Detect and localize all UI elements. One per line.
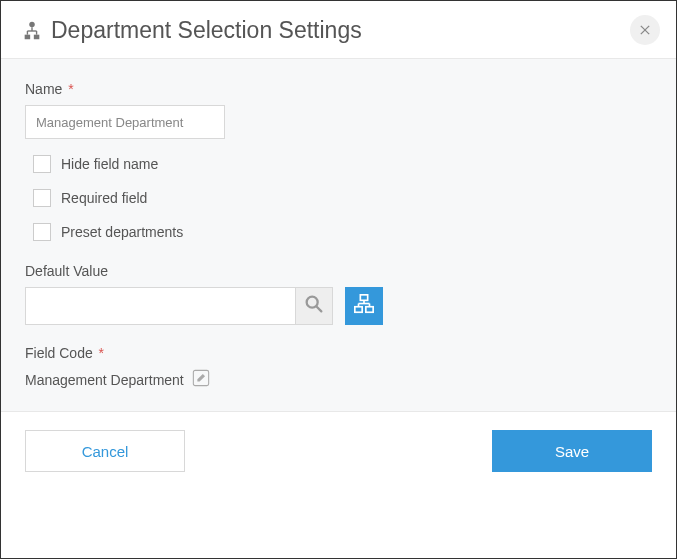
required-field-label: Required field (61, 190, 147, 206)
field-code-section: Field Code * Management Department (25, 345, 652, 391)
hide-field-checkbox[interactable] (33, 155, 51, 173)
preset-checkbox[interactable] (33, 223, 51, 241)
dialog-footer: Cancel Save (1, 412, 676, 490)
field-code-value: Management Department (25, 372, 184, 388)
search-icon (303, 293, 325, 319)
close-button[interactable] (630, 15, 660, 45)
svg-rect-2 (34, 34, 40, 39)
search-button[interactable] (295, 287, 333, 325)
preset-row: Preset departments (33, 223, 652, 241)
name-label: Name * (25, 81, 652, 97)
save-button[interactable]: Save (492, 430, 652, 472)
default-value-section: Default Value (25, 263, 652, 325)
svg-rect-11 (360, 295, 367, 301)
required-field-row: Required field (33, 189, 652, 207)
dialog-body: Name * Hide field name Required field Pr… (1, 58, 676, 412)
name-label-text: Name (25, 81, 62, 97)
required-asterisk: * (95, 345, 104, 361)
required-field-checkbox[interactable] (33, 189, 51, 207)
name-field-row: Name * (25, 81, 652, 139)
default-value-row (25, 287, 652, 325)
default-value-label: Default Value (25, 263, 652, 279)
hide-field-label: Hide field name (61, 156, 158, 172)
svg-rect-12 (355, 307, 362, 313)
org-tree-icon (21, 20, 43, 42)
field-code-label-text: Field Code (25, 345, 93, 361)
required-asterisk: * (64, 81, 73, 97)
svg-line-10 (317, 307, 322, 312)
field-code-label: Field Code * (25, 345, 652, 361)
dialog-header: Department Selection Settings (1, 1, 676, 58)
org-picker-button[interactable] (345, 287, 383, 325)
edit-field-code-button[interactable] (190, 369, 212, 391)
close-icon (640, 22, 650, 38)
dialog-title: Department Selection Settings (51, 17, 362, 44)
edit-icon (192, 369, 210, 391)
default-value-input[interactable] (25, 287, 295, 325)
field-code-value-row: Management Department (25, 369, 652, 391)
name-input[interactable] (25, 105, 225, 139)
hide-field-row: Hide field name (33, 155, 652, 173)
svg-rect-1 (25, 34, 31, 39)
org-tree-icon (353, 293, 375, 319)
svg-rect-13 (366, 307, 373, 313)
preset-label: Preset departments (61, 224, 183, 240)
cancel-button[interactable]: Cancel (25, 430, 185, 472)
svg-point-0 (29, 21, 35, 27)
